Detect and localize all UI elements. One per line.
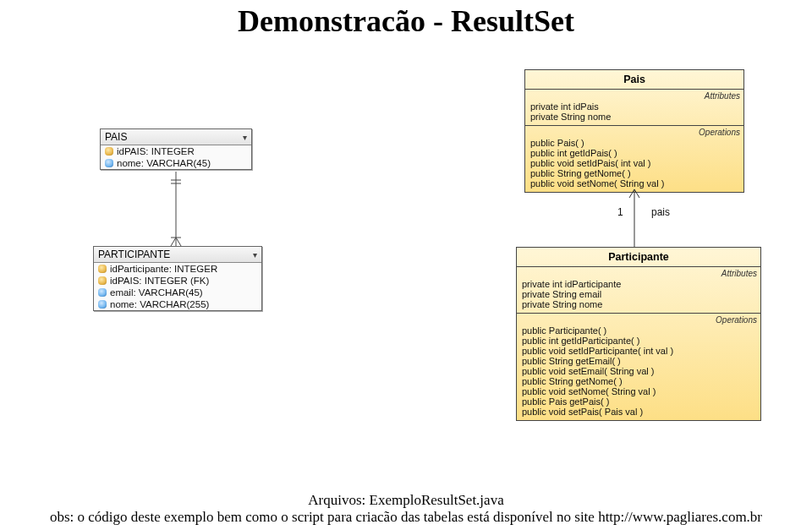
key-icon — [98, 265, 107, 273]
uml-multiplicity: 1 — [617, 206, 623, 218]
key-icon — [105, 147, 113, 156]
uml-operation: public void setIdPais( int val ) — [530, 158, 738, 168]
uml-operation: public Pais getPais( ) — [522, 396, 755, 407]
uml-operation: public void setNome( String val ) — [530, 178, 738, 189]
svg-line-3 — [171, 238, 176, 246]
key-icon — [98, 276, 107, 285]
db-column-label: idParticipante: INTEGER — [110, 264, 217, 274]
chevron-down-icon: ▾ — [253, 250, 257, 260]
db-column-row: idPAIS: INTEGER (FK) — [94, 275, 261, 287]
uml-operation: public void setEmail( String val ) — [522, 366, 755, 376]
db-column-row: idParticipante: INTEGER — [94, 263, 261, 275]
uml-class-name: Participante — [517, 248, 760, 267]
db-column-label: idPAIS: INTEGER — [117, 146, 195, 156]
db-table-pais: PAIS ▾ idPAIS: INTEGER nome: VARCHAR(45) — [100, 128, 252, 170]
db-table-header: PAIS ▾ — [101, 129, 251, 145]
uml-attribute: private int idPais — [530, 101, 738, 112]
db-column-label: email: VARCHAR(45) — [110, 287, 203, 298]
uml-section-label: Operations — [530, 128, 740, 137]
uml-operation: public void setPais( Pais val ) — [522, 407, 755, 417]
uml-operations: Operations public Participante( ) public… — [517, 314, 760, 420]
db-table-participante: PARTICIPANTE ▾ idParticipante: INTEGER i… — [93, 246, 262, 311]
uml-attributes: Attributes private int idPais private St… — [525, 90, 743, 126]
db-table-name: PARTICIPANTE — [98, 249, 170, 260]
db-column-row: idPAIS: INTEGER — [101, 145, 251, 157]
db-table-name: PAIS — [105, 131, 127, 143]
uml-operation: public Participante( ) — [522, 325, 755, 336]
uml-class-name: Pais — [525, 70, 743, 90]
db-column-label: nome: VARCHAR(45) — [117, 158, 211, 168]
uml-operation: public Pais( ) — [530, 138, 738, 148]
relation-line — [169, 172, 186, 248]
uml-role-name: pais — [651, 206, 670, 218]
uml-attribute: private int idParticipante — [522, 279, 755, 289]
uml-operation: public int getIdParticipante( ) — [522, 336, 755, 346]
uml-class-pais: Pais Attributes private int idPais priva… — [524, 69, 744, 193]
db-column-label: idPAIS: INTEGER (FK) — [110, 276, 209, 286]
uml-operation: public String getNome( ) — [530, 168, 738, 178]
caption-line2a: obs: o código deste exemplo bem como o s… — [50, 509, 598, 525]
uml-operation: public String getEmail( ) — [522, 356, 755, 366]
uml-operation: public String getNome( ) — [522, 376, 755, 386]
page-title: Demonstracão - ResultSet — [0, 3, 812, 39]
uml-operation: public void setIdParticipante( int val ) — [522, 346, 755, 356]
uml-class-participante: Participante Attributes private int idPa… — [516, 247, 761, 421]
uml-association — [626, 189, 646, 249]
uml-attribute: private String nome — [530, 112, 738, 122]
uml-attribute: private String email — [522, 289, 755, 299]
db-column-row: email: VARCHAR(45) — [94, 287, 261, 298]
column-icon — [98, 288, 107, 297]
db-column-row: nome: VARCHAR(45) — [101, 157, 251, 169]
db-column-row: nome: VARCHAR(255) — [94, 298, 261, 310]
chevron-down-icon: ▾ — [243, 133, 247, 142]
caption: Arquivos: ExemploResultSet.java obs: o c… — [0, 492, 812, 526]
caption-url: http://www.pagliares.com.br — [598, 509, 762, 525]
uml-operations: Operations public Pais( ) public int get… — [525, 126, 743, 192]
db-table-header: PARTICIPANTE ▾ — [94, 247, 261, 263]
column-icon — [98, 300, 107, 309]
uml-section-label: Attributes — [522, 269, 757, 278]
caption-line1: Arquivos: ExemploResultSet.java — [308, 492, 503, 508]
column-icon — [105, 159, 113, 167]
uml-attributes: Attributes private int idParticipante pr… — [517, 267, 760, 314]
svg-line-4 — [176, 238, 181, 246]
uml-section-label: Attributes — [530, 91, 740, 101]
uml-attribute: private String nome — [522, 299, 755, 309]
uml-operation: public int getIdPais( ) — [530, 148, 738, 158]
db-column-label: nome: VARCHAR(255) — [110, 299, 209, 309]
uml-section-label: Operations — [522, 315, 757, 325]
uml-operation: public void setNome( String val ) — [522, 386, 755, 396]
